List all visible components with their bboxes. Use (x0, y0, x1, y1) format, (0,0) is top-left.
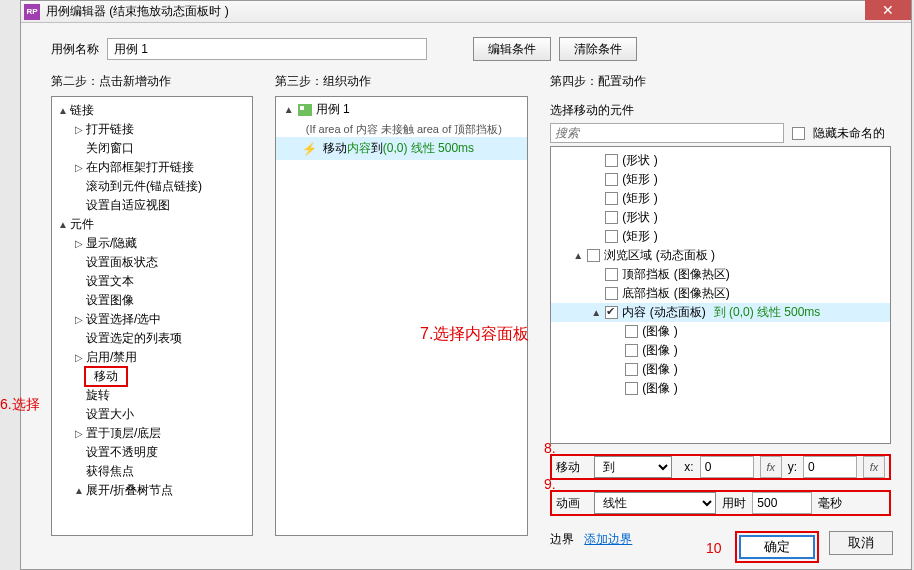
step3-label: 第三步：组织动作 (275, 73, 529, 90)
widget-row[interactable]: (图像 ) (551, 322, 890, 341)
tree-action[interactable]: 设置不透明度 (52, 443, 252, 462)
expander-icon[interactable]: ▲ (58, 105, 68, 116)
move-label: 移动 (556, 459, 588, 476)
case-editor-window: RP 用例编辑器 (结束拖放动态面板时 ) ✕ 用例名称 编辑条件 清除条件 第… (20, 0, 912, 570)
expander-icon[interactable]: ▲ (284, 104, 294, 115)
widget-row[interactable]: (图像 ) (551, 341, 890, 360)
app-icon: RP (24, 4, 40, 20)
widget-panel[interactable]: (形状 )(矩形 )(矩形 )(形状 )(矩形 )▲浏览区域 (动态面板 )顶部… (550, 146, 891, 444)
widget-row[interactable]: ▲浏览区域 (动态面板 ) (551, 246, 890, 265)
tree-action[interactable]: 关闭窗口 (52, 139, 252, 158)
case-panel[interactable]: ▲ 用例 1 (If area of 内容 未接触 area of 顶部挡板) … (275, 96, 529, 536)
widget-checkbox[interactable] (625, 344, 638, 357)
tree-action[interactable]: ▷显示/隐藏 (52, 234, 252, 253)
easing-select[interactable]: 线性 (594, 492, 716, 514)
edit-condition-button[interactable]: 编辑条件 (473, 37, 551, 61)
widget-checkbox[interactable] (605, 211, 618, 224)
duration-input[interactable] (752, 492, 812, 514)
widget-row[interactable]: ▲内容 (动态面板) 到 (0,0) 线性 500ms (551, 303, 890, 322)
ok-button[interactable]: 确定 (739, 535, 815, 559)
expander-icon[interactable]: ▷ (74, 238, 84, 249)
expander-icon[interactable]: ▲ (591, 307, 601, 318)
widget-checkbox[interactable] (625, 363, 638, 376)
widget-checkbox[interactable] (605, 192, 618, 205)
widget-checkbox[interactable] (587, 249, 600, 262)
tree-action[interactable]: 设置选定的列表项 (52, 329, 252, 348)
time-unit: 毫秒 (818, 495, 842, 512)
move-row: 移动 到 x: fx y: fx (550, 454, 891, 480)
y-label: y: (788, 460, 797, 474)
widget-checkbox[interactable] (605, 306, 618, 319)
expander-icon[interactable]: ▷ (74, 428, 84, 439)
case-name-row: 用例名称 编辑条件 清除条件 (21, 23, 911, 67)
tree-action[interactable]: 滚动到元件(锚点链接) (52, 177, 252, 196)
tree-action[interactable]: 旋转 (52, 386, 252, 405)
widget-row[interactable]: (矩形 ) (551, 189, 890, 208)
widget-row[interactable]: (形状 ) (551, 208, 890, 227)
move-y-input[interactable] (803, 456, 857, 478)
clear-condition-button[interactable]: 清除条件 (559, 37, 637, 61)
tree-action[interactable]: ▷在内部框架打开链接 (52, 158, 252, 177)
expander-icon[interactable]: ▷ (74, 314, 84, 325)
expander-icon[interactable]: ▲ (74, 485, 84, 496)
expander-icon[interactable]: ▲ (573, 250, 583, 261)
tree-action[interactable]: 设置自适应视图 (52, 196, 252, 215)
annotation-7: 7.选择内容面板 (420, 324, 529, 345)
cancel-button[interactable]: 取消 (829, 531, 893, 555)
anim-label: 动画 (556, 495, 588, 512)
config-title: 选择移动的元件 (550, 96, 891, 123)
action-params: (0,0) 线性 500ms (383, 140, 474, 157)
case-icon (298, 104, 312, 116)
expander-icon[interactable]: ▷ (74, 352, 84, 363)
action-mid: 到 (371, 140, 383, 157)
actions-panel[interactable]: ▲链接▷打开链接关闭窗口▷在内部框架打开链接滚动到元件(锚点链接)设置自适应视图… (51, 96, 253, 536)
widget-row[interactable]: 底部挡板 (图像热区) (551, 284, 890, 303)
tree-action[interactable]: 设置文本 (52, 272, 252, 291)
widget-checkbox[interactable] (625, 325, 638, 338)
case-action-row[interactable]: ⚡ 移动 内容 到 (0,0) 线性 500ms (276, 137, 528, 160)
tree-action[interactable]: ▷打开链接 (52, 120, 252, 139)
fx-y-button[interactable]: fx (863, 456, 885, 478)
close-button[interactable]: ✕ (865, 0, 911, 20)
widget-row[interactable]: (图像 ) (551, 379, 890, 398)
widget-row[interactable]: (矩形 ) (551, 227, 890, 246)
action-target: 内容 (347, 140, 371, 157)
tree-action[interactable]: 获得焦点 (52, 462, 252, 481)
widget-row[interactable]: (形状 ) (551, 151, 890, 170)
time-label: 用时 (722, 495, 746, 512)
anim-row: 动画 线性 用时 毫秒 (550, 490, 891, 516)
bounds-label: 边界 (550, 531, 574, 548)
widget-checkbox[interactable] (605, 287, 618, 300)
tree-action[interactable]: ▷置于顶层/底层 (52, 424, 252, 443)
widget-checkbox[interactable] (605, 230, 618, 243)
tree-action[interactable]: 设置大小 (52, 405, 252, 424)
widget-checkbox[interactable] (605, 268, 618, 281)
tree-group[interactable]: ▲链接 (52, 101, 252, 120)
widget-checkbox[interactable] (605, 173, 618, 186)
add-bounds-link[interactable]: 添加边界 (584, 531, 632, 548)
move-x-input[interactable] (700, 456, 754, 478)
tree-action[interactable]: ▷启用/禁用 (52, 348, 252, 367)
tree-action[interactable]: ▷设置选择/选中 (52, 310, 252, 329)
widget-row[interactable]: (图像 ) (551, 360, 890, 379)
widget-search-input[interactable] (550, 123, 784, 143)
annotation-10: 10 (706, 540, 722, 556)
widget-row[interactable]: (矩形 ) (551, 170, 890, 189)
case-name-input[interactable] (107, 38, 427, 60)
expander-icon[interactable]: ▷ (74, 124, 84, 135)
tree-action[interactable]: 移动 (52, 367, 252, 386)
fx-x-button[interactable]: fx (760, 456, 782, 478)
widget-checkbox[interactable] (625, 382, 638, 395)
hide-unnamed-checkbox[interactable] (792, 127, 805, 140)
expander-icon[interactable]: ▷ (74, 162, 84, 173)
widget-row[interactable]: 顶部挡板 (图像热区) (551, 265, 890, 284)
tree-action[interactable]: 设置图像 (52, 291, 252, 310)
widget-checkbox[interactable] (605, 154, 618, 167)
x-label: x: (684, 460, 693, 474)
expander-icon[interactable]: ▲ (58, 219, 68, 230)
tree-action[interactable]: ▲展开/折叠树节点 (52, 481, 252, 500)
tree-group[interactable]: ▲元件 (52, 215, 252, 234)
tree-action[interactable]: 设置面板状态 (52, 253, 252, 272)
move-mode-select[interactable]: 到 (594, 456, 672, 478)
step4-label: 第四步：配置动作 (550, 73, 891, 90)
